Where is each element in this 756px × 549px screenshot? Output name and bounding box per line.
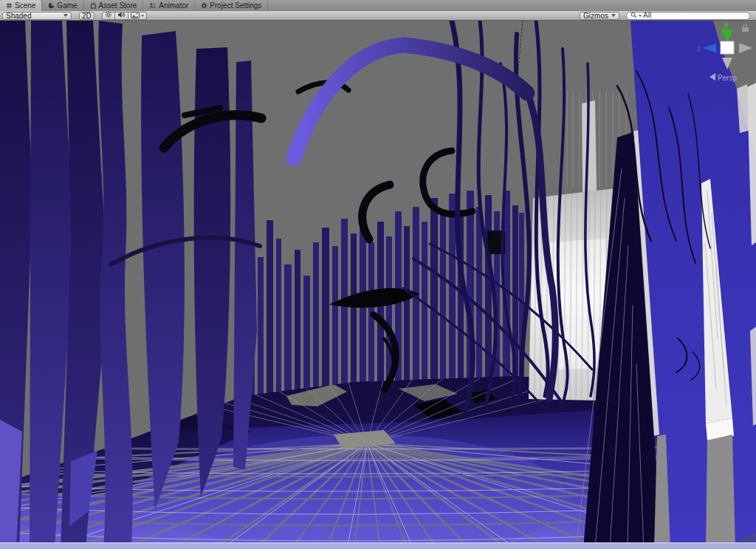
search-icon — [630, 12, 637, 20]
sun-icon — [105, 11, 112, 20]
tab-game[interactable]: Game — [42, 0, 83, 11]
tab-scene-label: Scene — [15, 1, 35, 10]
animator-icon — [149, 2, 157, 9]
effects-dropdown-button[interactable] — [128, 12, 147, 20]
render-mode-label: Shaded — [6, 12, 31, 20]
tab-animator-label: Animator — [159, 1, 188, 10]
ground-edge-strip — [0, 542, 756, 549]
view-tabbar: Scene Game Asset Store Animator Project … — [0, 0, 756, 11]
chevron-down-icon — [611, 14, 616, 17]
image-icon — [131, 12, 140, 20]
gizmo-z-axis-label: z — [697, 44, 701, 52]
tab-asset-store[interactable]: Asset Store — [84, 0, 144, 11]
tab-project-settings-label: Project Settings — [210, 1, 261, 10]
unity-editor-window: Scene Game Asset Store Animator Project … — [0, 0, 756, 549]
scene-grid-icon — [6, 2, 13, 9]
gizmos-label: Gizmos — [583, 12, 608, 20]
gizmos-dropdown[interactable]: Gizmos — [580, 12, 619, 20]
speaker-icon — [117, 11, 126, 20]
search-value: All — [643, 12, 651, 19]
tab-project-settings[interactable]: Project Settings — [195, 0, 268, 11]
tab-scene[interactable]: Scene — [0, 0, 42, 11]
game-icon — [48, 2, 55, 9]
tab-game-label: Game — [57, 1, 77, 10]
scene-viewport[interactable]: y z Persp — [0, 21, 756, 549]
chevron-down-icon — [639, 15, 642, 17]
audio-toggle-button[interactable] — [115, 12, 128, 20]
scene-toolbar: Shaded 2D — [0, 11, 756, 21]
toggle-2d-label: 2D — [82, 12, 92, 20]
gizmo-y-axis-label: y — [724, 21, 729, 29]
gizmo-center-cube[interactable] — [721, 41, 734, 54]
scene-search-input[interactable]: All — [626, 12, 750, 20]
tab-asset-store-label: Asset Store — [99, 1, 137, 10]
lighting-toggle-button[interactable] — [102, 12, 115, 20]
chevron-down-icon — [141, 15, 144, 17]
toggle-2d-button[interactable]: 2D — [79, 12, 94, 20]
render-mode-dropdown[interactable]: Shaded — [2, 12, 72, 20]
projection-label: Persp — [718, 74, 738, 82]
asset-store-icon — [90, 2, 97, 9]
chevron-down-icon — [63, 14, 68, 17]
settings-gear-icon — [201, 2, 207, 9]
tab-animator[interactable]: Animator — [143, 0, 195, 11]
